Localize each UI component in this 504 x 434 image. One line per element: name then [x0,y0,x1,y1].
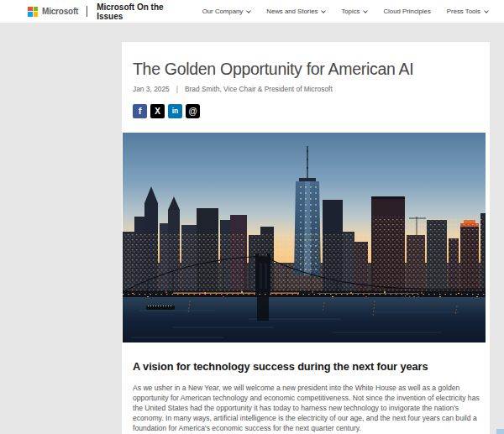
logo-square-red [28,7,33,12]
nav-press-tools[interactable]: Press Tools [447,8,488,15]
site-title-link[interactable]: Microsoft On the Issues [97,3,188,21]
nav-topics-label: Topics [341,8,360,15]
brand-text: Microsoft [42,7,78,16]
share-linkedin-button[interactable]: in [168,104,182,118]
linkedin-icon: in [172,107,179,115]
nav-topics[interactable]: Topics [341,8,367,15]
nav-press-tools-label: Press Tools [447,8,480,15]
share-threads-button[interactable]: @ [186,104,200,118]
share-facebook-button[interactable]: f [133,104,147,118]
header-divider [87,6,87,17]
article-author: Brad Smith, Vice Chair & President of Mi… [185,85,333,93]
main-nav: Our Company News and Stories Topics Clou… [202,8,504,15]
chevron-down-icon [364,8,369,13]
share-row: f X in @ [133,104,479,118]
logo-square-green [34,7,39,12]
nav-news-and-stories[interactable]: News and Stories [266,8,325,15]
nav-cloud-principles-label: Cloud Principles [383,8,430,15]
article-paragraph: As we usher in a New Year, we will welco… [133,383,480,433]
nav-cloud-principles[interactable]: Cloud Principles [383,8,430,15]
section-heading: A vision for technology success during t… [133,360,479,373]
hero-image [123,133,486,342]
nav-our-company-label: Our Company [202,8,244,15]
chevron-down-icon [484,8,489,13]
scrollbar-corner [496,429,504,434]
logo-square-yellow [34,12,39,17]
byline-separator: | [176,85,178,93]
nav-our-company[interactable]: Our Company [202,8,251,15]
article-title: The Golden Opportunity for American AI [133,60,479,79]
site-header: Microsoft Microsoft On the Issues Our Co… [0,0,504,23]
chevron-down-icon [246,8,251,13]
microsoft-logo-icon [28,7,38,17]
article-card: The Golden Opportunity for American AI J… [122,42,490,434]
nav-news-and-stories-label: News and Stories [266,8,318,15]
share-x-button[interactable]: X [150,104,165,118]
x-icon: X [155,107,160,116]
logo-square-blue [28,12,33,17]
chevron-down-icon [322,8,327,13]
article-date: Jan 3, 2025 [133,85,170,93]
facebook-icon: f [139,107,142,116]
threads-icon: @ [188,107,197,116]
microsoft-home-link[interactable]: Microsoft [28,7,78,17]
article-byline: Jan 3, 2025 | Brad Smith, Vice Chair & P… [133,85,479,93]
